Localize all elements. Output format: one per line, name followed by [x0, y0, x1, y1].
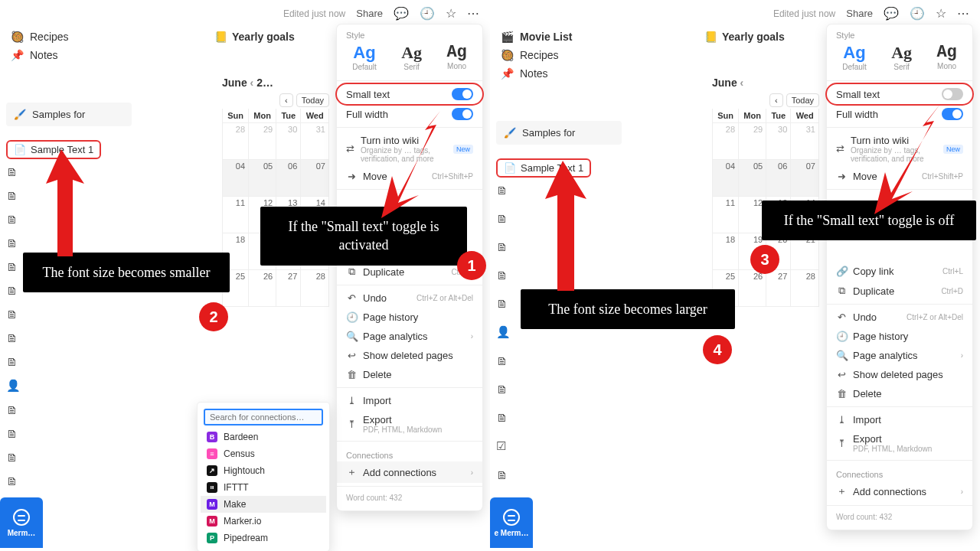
- font-serif[interactable]: AgSerif: [891, 43, 912, 71]
- more-icon[interactable]: ⋯: [957, 6, 969, 21]
- export[interactable]: ⤒ExportPDF, HTML, Markdown: [827, 429, 972, 457]
- doc-icon[interactable]: 🗎: [6, 451, 132, 464]
- word-count: Word count: 432: [337, 490, 482, 506]
- font-mono[interactable]: AgMono: [936, 43, 956, 71]
- conn-make[interactable]: MMake: [201, 496, 326, 513]
- page-history[interactable]: 🕘Page history: [337, 308, 482, 327]
- sidebar-item-movies[interactable]: 🎬Movie List: [496, 28, 622, 46]
- toggle-off-icon: [942, 88, 963, 100]
- font-mono[interactable]: AgMono: [446, 43, 466, 71]
- duplicate[interactable]: ⧉DuplicateCtrl+D: [827, 281, 972, 301]
- doc-icon[interactable]: 🗎: [496, 383, 622, 396]
- spotify-widget[interactable]: Merm…: [0, 497, 43, 548]
- delete[interactable]: 🗑Delete: [827, 384, 972, 403]
- comment-icon[interactable]: 💬: [394, 6, 409, 21]
- conn-bardeen[interactable]: BBardeen: [201, 429, 326, 445]
- yearly-goals-link[interactable]: 📒Yearly goals: [704, 31, 785, 43]
- sidebar-item-recipes[interactable]: 🥘Recipes: [496, 46, 622, 64]
- small-text-toggle[interactable]: Small text: [337, 84, 482, 104]
- sidebar-item-recipes[interactable]: 🥘Recipes: [6, 28, 132, 46]
- doc-icon[interactable]: 🗎: [6, 403, 132, 416]
- share-button[interactable]: Share: [846, 8, 873, 19]
- sidebar-samples-heading[interactable]: 🖌️Samples for: [6, 103, 132, 126]
- screenshot-right: Edited just now Share 💬 🕘 ☆ ⋯ 🎬Movie Lis…: [490, 0, 980, 551]
- sidebar-item-notes[interactable]: 📌Notes: [6, 46, 132, 64]
- page-analytics[interactable]: 🔍Page analytics›: [827, 346, 972, 365]
- word-count: Word count: 432: [827, 509, 972, 525]
- page-analytics[interactable]: 🔍Page analytics›: [337, 327, 482, 346]
- import[interactable]: ⤓Import: [337, 391, 482, 410]
- badge-1: 1: [457, 251, 486, 280]
- edited-label: Edited just now: [773, 8, 835, 19]
- import[interactable]: ⤓Import: [827, 410, 972, 429]
- add-connections[interactable]: ＋Add connections›: [337, 461, 482, 483]
- calendar-month: June ‹ 2…: [222, 77, 273, 89]
- connections-label: Connections: [827, 464, 972, 481]
- sidebar-item-notes[interactable]: 📌Notes: [496, 64, 622, 83]
- user-icon[interactable]: 👤: [6, 379, 132, 393]
- calendar-month: June ‹: [712, 77, 743, 89]
- yearly-goals-link[interactable]: 📒Yearly goals: [214, 31, 295, 43]
- edited-label: Edited just now: [283, 8, 345, 19]
- svg-marker-3: [545, 161, 586, 291]
- font-default[interactable]: AgDefault: [842, 43, 867, 71]
- conn-hightouch[interactable]: ↗Hightouch: [201, 462, 326, 479]
- doc-icon[interactable]: 🗎: [496, 468, 622, 481]
- share-button[interactable]: Share: [356, 8, 383, 19]
- screenshot-left: Edited just now Share 💬 🕘 ☆ ⋯ 🥘Recipes 📌…: [0, 0, 490, 551]
- comment-icon[interactable]: 💬: [884, 6, 899, 21]
- svg-marker-2: [874, 104, 940, 214]
- font-serif[interactable]: AgSerif: [401, 43, 422, 71]
- calendar-prev[interactable]: ‹: [769, 93, 783, 107]
- style-label: Style: [337, 24, 482, 41]
- connections-label: Connections: [337, 445, 482, 461]
- undo[interactable]: ↶UndoCtrl+Z or Alt+Del: [827, 308, 972, 327]
- clock-icon[interactable]: 🕘: [910, 6, 925, 21]
- calendar: June ‹ 2… ‹ Today SunMonTueWed 28293031 …: [222, 77, 329, 307]
- conn-ifttt[interactable]: IIIIFTTT: [201, 479, 326, 496]
- svg-marker-0: [381, 111, 440, 218]
- arrow-3: [858, 99, 957, 214]
- arrow-1: [368, 103, 459, 218]
- conn-pipedream[interactable]: PPipedream: [201, 530, 326, 546]
- deleted-pages[interactable]: ↩︎Show deleted pages: [337, 346, 482, 365]
- toggle-on-icon: [452, 88, 473, 100]
- doc-icon[interactable]: 🗎: [496, 354, 622, 367]
- arrow-2: [38, 149, 100, 264]
- deleted-pages[interactable]: ↩︎Show deleted pages: [827, 365, 972, 384]
- undo[interactable]: ↶UndoCtrl+Z or Alt+Del: [337, 289, 482, 308]
- calendar-today[interactable]: Today: [296, 93, 329, 107]
- conn-census[interactable]: ≡Census: [201, 445, 326, 462]
- doc-icon[interactable]: 🗎: [6, 427, 132, 440]
- doc-icon[interactable]: 🗎: [6, 331, 132, 344]
- svg-marker-1: [46, 149, 84, 256]
- checkbox-icon[interactable]: ☑: [496, 439, 622, 453]
- star-icon[interactable]: ☆: [936, 6, 946, 21]
- delete[interactable]: 🗑Delete: [337, 365, 482, 384]
- calendar-today[interactable]: Today: [786, 93, 819, 107]
- arrow-4: [536, 161, 605, 298]
- badge-2: 2: [199, 302, 228, 331]
- spotify-widget[interactable]: e Merm…: [490, 497, 533, 548]
- copy-link[interactable]: 🔗Copy linkCtrl+L: [827, 262, 972, 281]
- doc-icon[interactable]: 🗎: [6, 474, 132, 487]
- add-connections[interactable]: ＋Add connections›: [827, 481, 972, 502]
- doc-icon[interactable]: 🗎: [6, 355, 132, 368]
- star-icon[interactable]: ☆: [446, 6, 456, 21]
- doc-icon[interactable]: 🗎: [496, 411, 622, 424]
- badge-3: 3: [750, 245, 779, 274]
- conn-marker[interactable]: MMarker.io: [201, 513, 326, 530]
- export[interactable]: ⤒ExportPDF, HTML, Markdown: [337, 410, 482, 438]
- connections-popup: BBardeen ≡Census ↗Hightouch IIIIFTTT MMa…: [198, 403, 329, 551]
- connections-search[interactable]: [204, 409, 323, 425]
- calendar-prev[interactable]: ‹: [279, 93, 293, 107]
- more-icon[interactable]: ⋯: [467, 6, 479, 21]
- font-default[interactable]: AgDefault: [352, 43, 377, 71]
- clock-icon[interactable]: 🕘: [420, 6, 435, 21]
- doc-icon[interactable]: 🗎: [6, 308, 132, 321]
- sidebar-samples-heading[interactable]: 🖌️Samples for: [496, 121, 622, 145]
- badge-4: 4: [703, 335, 732, 364]
- style-label: Style: [827, 24, 972, 41]
- page-history[interactable]: 🕘Page history: [827, 327, 972, 346]
